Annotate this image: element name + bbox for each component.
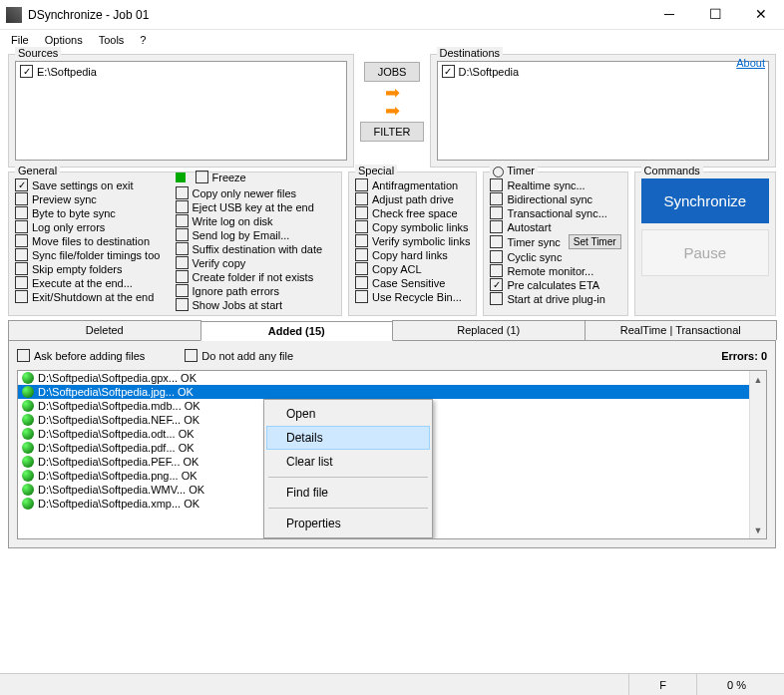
menu-help[interactable]: ?: [133, 32, 153, 48]
general-2-checkbox[interactable]: [15, 206, 28, 219]
status-ok-icon: [22, 470, 34, 482]
ask-before-checkbox[interactable]: [17, 349, 30, 362]
jobs-button[interactable]: JOBS: [364, 62, 420, 82]
timer-6-checkbox[interactable]: [490, 264, 503, 277]
special-0-checkbox[interactable]: [355, 178, 368, 191]
special-5-checkbox[interactable]: [355, 248, 368, 261]
general2-4-checkbox[interactable]: [176, 242, 189, 255]
general2-7-checkbox[interactable]: [176, 284, 189, 297]
special-3-checkbox[interactable]: [355, 220, 368, 233]
do-not-add-checkbox[interactable]: [185, 349, 197, 362]
timer-7-label: Pre calculates ETA: [507, 279, 599, 291]
file-path: D:\Softpedia\Softpedia.jpg... OK: [38, 386, 194, 398]
destinations-list[interactable]: D:\Softpedia: [437, 61, 769, 161]
source-item[interactable]: E:\Softpedia: [18, 64, 344, 79]
timer-3-checkbox[interactable]: [490, 220, 503, 233]
special-1-label: Adjust path drive: [372, 193, 454, 205]
checkbox-icon[interactable]: [20, 65, 33, 78]
ctx-properties[interactable]: Properties: [266, 512, 430, 535]
menu-file[interactable]: File: [4, 32, 36, 48]
general-label: General: [15, 165, 60, 176]
tab-realtime[interactable]: RealTime | Transactional: [585, 320, 778, 340]
dest-item[interactable]: D:\Softpedia: [440, 64, 766, 79]
minimize-button[interactable]: ─: [646, 0, 692, 30]
close-button[interactable]: ✕: [738, 0, 784, 30]
special-2-checkbox[interactable]: [355, 206, 368, 219]
sync-arrow-icon: ➡: [385, 86, 400, 100]
sources-list[interactable]: E:\Softpedia: [15, 61, 347, 161]
file-row[interactable]: D:\Softpedia\Softpedia.gpx... OK: [18, 371, 766, 385]
general-0-checkbox[interactable]: [15, 178, 28, 191]
menu-tools[interactable]: Tools: [92, 32, 132, 48]
file-row[interactable]: D:\Softpedia\Softpedia.jpg... OK: [18, 385, 766, 399]
file-list[interactable]: ▲ ▼ D:\Softpedia\Softpedia.gpx... OKD:\S…: [17, 370, 767, 539]
general-3-checkbox[interactable]: [15, 220, 28, 233]
status-left: [8, 674, 628, 695]
general-7-checkbox[interactable]: [15, 276, 28, 289]
app-icon: [6, 7, 22, 23]
general2-3-checkbox[interactable]: [176, 228, 189, 241]
menu-options[interactable]: Options: [38, 32, 90, 48]
timer-8-checkbox[interactable]: [490, 292, 503, 305]
special-8-label: Use Recycle Bin...: [372, 291, 462, 303]
freeze-label: Freeze: [212, 172, 246, 183]
timer-5-label: Cyclic sync: [507, 251, 562, 263]
general2-4-label: Suffix destination with date: [193, 243, 323, 255]
sync-arrow-icon: ➡: [385, 104, 400, 118]
general2-1-checkbox[interactable]: [176, 200, 189, 213]
tab-replaced[interactable]: Replaced (1): [392, 320, 586, 340]
scrollbar[interactable]: ▲ ▼: [749, 371, 766, 538]
timer-5-checkbox[interactable]: [490, 250, 503, 263]
pause-button[interactable]: Pause: [641, 229, 769, 276]
checkbox-icon[interactable]: [442, 65, 455, 78]
general-8-checkbox[interactable]: [15, 290, 28, 303]
freeze-indicator-icon: [176, 173, 186, 182]
do-not-add-label: Do not add any file: [201, 350, 293, 362]
scroll-down-icon[interactable]: ▼: [750, 521, 766, 538]
timer-0-checkbox[interactable]: [490, 178, 503, 191]
tab-added[interactable]: Added (15): [200, 321, 394, 341]
set-timer-button[interactable]: Set Timer: [569, 234, 621, 249]
file-path: D:\Softpedia\Softpedia.pdf... OK: [38, 442, 195, 454]
timer-6-label: Remote monitor...: [507, 265, 593, 277]
general-4-checkbox[interactable]: [15, 234, 28, 247]
errors-count: Errors: 0: [721, 350, 767, 362]
general2-6-checkbox[interactable]: [176, 270, 189, 283]
status-ok-icon: [22, 386, 34, 398]
tab-deleted[interactable]: Deleted: [8, 320, 201, 340]
special-label: Special: [355, 165, 397, 176]
ctx-find[interactable]: Find file: [266, 481, 430, 505]
about-link[interactable]: About: [736, 57, 765, 69]
scroll-up-icon[interactable]: ▲: [750, 371, 766, 388]
synchronize-button[interactable]: Synchronize: [641, 178, 769, 223]
filter-button[interactable]: FILTER: [360, 122, 423, 142]
special-1-checkbox[interactable]: [355, 192, 368, 205]
general2-0-checkbox[interactable]: [176, 186, 189, 199]
special-8-checkbox[interactable]: [355, 290, 368, 303]
timer-2-label: Transactional sync...: [507, 207, 606, 219]
timer-2-checkbox[interactable]: [490, 206, 503, 219]
special-4-checkbox[interactable]: [355, 234, 368, 247]
general-5-checkbox[interactable]: [15, 248, 28, 261]
maximize-button[interactable]: ☐: [692, 0, 738, 30]
general2-8-checkbox[interactable]: [176, 298, 189, 311]
special-2-label: Check free space: [372, 207, 458, 219]
special-7-checkbox[interactable]: [355, 276, 368, 289]
file-path: D:\Softpedia\Softpedia.NEF... OK: [38, 414, 199, 426]
general2-2-checkbox[interactable]: [176, 214, 189, 227]
ctx-open[interactable]: Open: [266, 402, 430, 426]
general-6-checkbox[interactable]: [15, 262, 28, 275]
freeze-checkbox[interactable]: [196, 171, 208, 183]
special-6-checkbox[interactable]: [355, 262, 368, 275]
general-group: General Save settings on exitPreview syn…: [8, 172, 342, 316]
general-1-checkbox[interactable]: [15, 192, 28, 205]
timer-7-checkbox[interactable]: [490, 278, 503, 291]
general2-5-checkbox[interactable]: [176, 256, 189, 269]
tab-content: Ask before adding files Do not add any f…: [8, 341, 776, 548]
file-path: D:\Softpedia\Softpedia.odt... OK: [38, 428, 195, 440]
ctx-details[interactable]: Details: [266, 426, 430, 450]
timer-4-checkbox[interactable]: [490, 235, 503, 248]
timer-1-checkbox[interactable]: [490, 192, 503, 205]
sources-group: Sources E:\Softpedia: [8, 54, 354, 168]
ctx-clear[interactable]: Clear list: [266, 450, 430, 474]
